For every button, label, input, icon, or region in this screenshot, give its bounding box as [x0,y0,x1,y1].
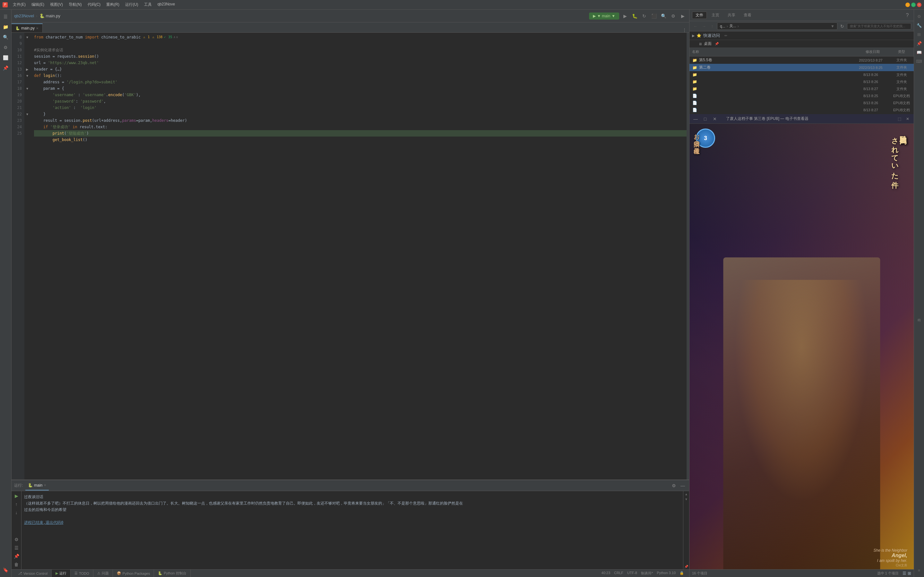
settings-button[interactable]: ⚙ [669,12,677,20]
ebook-corner-icon-2[interactable]: ✕ [904,115,911,122]
fold-icon-16[interactable]: ▼ [26,74,29,77]
run-up-button[interactable]: ↑ [13,501,20,508]
menu-refactor[interactable]: 重构(R) [103,1,122,8]
status-tab-run[interactable]: ▶ 运行 [52,570,71,577]
menu-run[interactable]: 运行(U) [123,1,141,8]
project-name[interactable]: qb23Novel [14,13,34,18]
run-button[interactable]: ▶ [621,12,629,20]
run-settings-button[interactable]: ⚙ [670,482,678,490]
ebook-close-button[interactable]: ✕ [711,115,718,122]
sidebar-icon-settings[interactable]: ⚙ [1,43,10,52]
editor-scrollbar[interactable] [687,33,689,480]
sidebar-icon-bookmarks[interactable]: 📌 [1,63,10,73]
status-tab-todo[interactable]: ☰ TODO [71,570,94,577]
run-minimize-button[interactable]: — [679,482,687,490]
sidebar-icon-structure[interactable]: ⬜ [1,53,10,62]
lock-icon[interactable]: 🔒 [680,571,684,576]
tab-main-py[interactable]: 🐍 main.py ✕ [11,23,43,32]
fold-icon-13[interactable]: ▶ [26,68,29,71]
fe-help-button[interactable]: ? [903,11,911,19]
fe-tab-file[interactable]: 文件 [692,11,707,19]
status-tab-python-console[interactable]: 🐍 Python 控制台 [154,570,190,577]
column-header-name[interactable]: 名称 [692,49,853,54]
fe-view-grid-icon[interactable]: ⊞ [908,571,911,576]
ebook-minimize-button[interactable]: — [692,115,699,122]
stop-button[interactable]: ⬛ [650,12,658,20]
window-controls[interactable]: — □ ✕ [905,3,921,7]
file-item-6[interactable]: 📄 8/13 8:26 EPUB文档 [690,99,914,106]
file-encoding[interactable]: UTF-8 [627,571,637,576]
menu-code[interactable]: 代码(C) [85,1,103,8]
run-scroll-up-button[interactable]: ▲ [684,492,688,496]
back-button[interactable]: ← [692,23,699,30]
file-item-7[interactable]: 📄 8/13 8:27 EPUB文档 [690,106,914,113]
tab-close-icon[interactable]: ✕ [36,27,39,30]
column-header-date[interactable]: 修改日期 [853,49,892,54]
minimize-button[interactable]: — [905,3,910,7]
reload-button[interactable]: ↻ [640,12,648,20]
search-box[interactable]: 搜索"关于邻家天使大人不知不觉把我惯成了废人这... [847,23,911,29]
refresh-button[interactable]: ↻ [838,23,846,30]
file-item-0[interactable]: 📁 第5.5卷 2022/3/13 8:27 文件夹 [690,56,914,64]
collapse-icon[interactable]: ∨ [176,34,178,40]
line-ending[interactable]: CRLF [614,571,624,576]
status-tab-problems[interactable]: ⚠ 问题 [94,570,113,577]
fold-icon-22[interactable]: ▼ [26,113,29,116]
search-button[interactable]: 🔍 [660,12,667,20]
file-item-5[interactable]: 📄 8/13 8:25 EPUB文档 [690,92,914,99]
run-tab-close-icon[interactable]: ✕ [44,484,46,487]
run-scroll-down-button[interactable]: ▼ [684,497,688,501]
profile-button[interactable]: ▶ [679,12,687,20]
up-button[interactable]: ↑ [709,23,716,30]
rs-icon-pin-2[interactable]: 📌 [915,39,923,47]
run-scroll-pin[interactable]: 📌 [684,564,688,569]
run-gear-button[interactable]: ⚙ [13,536,20,543]
ebook-corner-icon-1[interactable]: ⬚ [896,115,903,122]
python-version[interactable]: Python 3.10 [657,571,676,576]
run-list-button[interactable]: ☰ [13,544,20,551]
fe-tab-view[interactable]: 查看 [740,11,755,19]
fe-tab-home[interactable]: 主页 [708,11,723,19]
run-dropdown-button[interactable]: ▶ ▼ main ▼ [589,13,619,19]
status-tab-python-packages[interactable]: 📦 Python Packages [113,570,154,577]
code-editor[interactable]: from character_to_num import chinese_to_… [30,33,687,480]
run-exit-link[interactable]: 进程已结束,退出代码0 [24,520,63,525]
run-down-button[interactable]: ↓ [13,509,20,516]
menu-tools[interactable]: 工具 [142,1,154,8]
menu-edit[interactable]: 编辑(E) [29,1,47,8]
fe-view-list-icon[interactable]: ☰ [903,571,906,576]
run-panel-tab-main[interactable]: 🐍 main ✕ [25,481,49,490]
quick-access-arrow[interactable]: ▶ [692,34,695,38]
path-dropdown-icon[interactable]: ▼ [830,24,835,29]
menu-bar[interactable]: 文件(E) 编辑(E) 视图(V) 导航(N) 代码(C) 重构(R) 运行(U… [10,1,178,8]
sidebar-icon-menu[interactable]: ☰ [1,12,10,21]
sidebar-icon-bookmark[interactable]: 🔖 [1,566,10,574]
expand-icon[interactable]: ∧ [174,34,176,40]
close-button[interactable]: ✕ [917,3,921,7]
debug-button[interactable]: 🐛 [631,12,638,20]
menu-navigate[interactable]: 导航(N) [66,1,84,8]
indent-type[interactable]: 制表符* [641,571,653,576]
rs-icon-terminal[interactable]: ⌨ [915,57,923,65]
cursor-position[interactable]: 40:23 [602,571,611,576]
rs-icon-bottom[interactable]: ≡ [915,566,923,574]
file-item-1[interactable]: 📁 第二卷 2022/3/13 8:25 文件夹 [690,64,914,71]
file-item-3[interactable]: 📁 8/13 8:26 文件夹 [690,78,914,85]
sidebar-icon-files[interactable]: 📁 [1,23,10,31]
column-header-type[interactable]: 类型 [892,49,911,54]
sidebar-icon-search[interactable]: 🔍 [1,33,10,42]
address-bar[interactable]: q... › 关... › ▼ [717,23,837,30]
run-play-button[interactable]: ▶ [13,492,20,500]
rs-icon-grid[interactable]: ⊞ [915,30,923,39]
fold-icon-18[interactable]: ▼ [26,87,29,90]
menu-project[interactable]: qb23Nove [155,1,178,8]
desktop-item[interactable]: 🖥 桌面 📌 [690,40,914,47]
menu-file[interactable]: 文件(E) [10,1,28,8]
forward-button[interactable]: → [700,23,708,30]
quick-access-expand-icon[interactable]: ✏ [724,34,727,38]
rs-icon-book[interactable]: 📖 [915,48,923,56]
maximize-button[interactable]: □ [911,3,916,7]
menu-view[interactable]: 视图(V) [47,1,65,8]
quick-access-row[interactable]: ▶ ⭐ 快速访问 ✏ [690,31,914,40]
tab-more-button[interactable]: ⋮ [680,27,689,32]
